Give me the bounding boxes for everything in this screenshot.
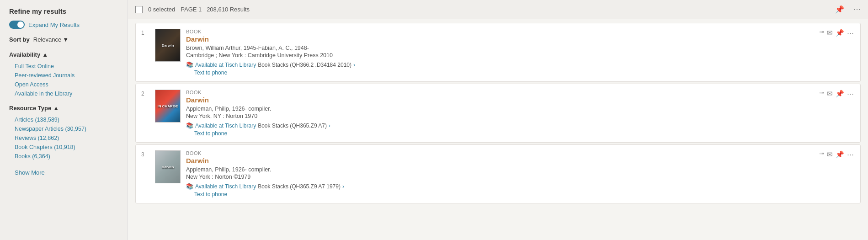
book-cover-2: IN CHARGE: [155, 90, 181, 123]
result-actions-2: ““ ✉ 📌 ⋯: [820, 90, 854, 98]
result-type-1: BOOK: [186, 29, 814, 34]
availability-icon-2: 📚: [186, 122, 193, 129]
filter-books[interactable]: Books (6,364): [9, 152, 118, 161]
cite-icon-2[interactable]: ““: [820, 90, 824, 98]
expand-toggle[interactable]: [9, 21, 25, 29]
text-to-phone-2[interactable]: Text to phone: [186, 130, 814, 137]
pin-icon-3[interactable]: 📌: [836, 150, 844, 159]
result-publisher-2: New York, NY : Norton 1970: [186, 113, 814, 119]
pin-icon-2[interactable]: 📌: [836, 90, 844, 98]
filter-newspaper-articles[interactable]: Newspaper Articles (30,957): [9, 124, 118, 133]
main-content: 0 selected PAGE 1 208,610 Results 📌 ⋯ 1 …: [128, 0, 868, 240]
result-title-3[interactable]: Darwin: [186, 157, 814, 165]
selected-count: 0 selected: [148, 6, 175, 13]
result-author-2: Appleman, Philip, 1926- compiler.: [186, 106, 814, 112]
filter-available-library[interactable]: Available in the Library: [9, 89, 118, 98]
show-more-button[interactable]: Show More: [9, 167, 118, 178]
email-icon-1[interactable]: ✉: [827, 29, 833, 37]
pin-icon-1[interactable]: 📌: [836, 29, 844, 37]
result-availability-3: 📚 Available at Tisch Library Book Stacks…: [186, 183, 814, 190]
top-bar: 0 selected PAGE 1 208,610 Results 📌 ⋯: [128, 0, 868, 19]
result-title-1[interactable]: Darwin: [186, 35, 814, 43]
expand-row: Expand My Results: [9, 21, 118, 29]
pin-top-icon[interactable]: 📌: [835, 5, 844, 14]
sort-label: Sort by: [9, 36, 30, 43]
page-number: PAGE 1: [181, 6, 202, 13]
result-body-1: BOOK Darwin Brown, William Arthur, 1945-…: [186, 29, 814, 76]
avail-arrow-1[interactable]: ›: [353, 62, 355, 68]
avail-location-3: Book Stacks (QH365.Z9 A7 1979): [258, 183, 341, 190]
sort-select[interactable]: Relevance ▼: [33, 36, 69, 43]
table-row: 3 Darwin BOOK Darwin Appleman, Philip, 1…: [135, 144, 861, 203]
sort-value: Relevance: [33, 36, 61, 43]
availability-icon-1: 📚: [186, 61, 193, 68]
more-icon-2[interactable]: ⋯: [847, 90, 854, 98]
result-publisher-1: Cambridge ; New York : Cambridge Univers…: [186, 52, 814, 59]
result-number-2: 2: [141, 91, 149, 97]
expand-label[interactable]: Expand My Results: [28, 21, 80, 28]
cite-icon-3[interactable]: ““: [820, 151, 824, 159]
sort-row: Sort by Relevance ▼: [9, 36, 118, 43]
more-icon-1[interactable]: ⋯: [847, 29, 854, 37]
resource-type-header: Resource Type ▲: [9, 105, 118, 112]
avail-label-1[interactable]: Available at Tisch Library: [195, 62, 256, 68]
availability-icon-3: 📚: [186, 183, 193, 190]
resource-type-section: Resource Type ▲ Articles (138,589) Newsp…: [9, 105, 118, 161]
chevron-up-icon: ▲: [42, 51, 48, 58]
filter-full-text-online[interactable]: Full Text Online: [9, 62, 118, 71]
sidebar: Refine my results Expand My Results Sort…: [0, 0, 128, 240]
result-body-2: BOOK Darwin Appleman, Philip, 1926- comp…: [186, 90, 814, 137]
filter-reviews[interactable]: Reviews (12,862): [9, 133, 118, 143]
result-number: 1: [141, 30, 149, 36]
result-publisher-3: New York : Norton ©1979: [186, 174, 814, 180]
result-type-3: BOOK: [186, 150, 814, 156]
chevron-up-icon-2: ▲: [53, 105, 59, 112]
result-body-3: BOOK Darwin Appleman, Philip, 1926- comp…: [186, 150, 814, 197]
avail-location-1: Book Stacks (QH366.2 .D34184 2010): [258, 62, 351, 68]
book-cover-1: Darwin: [155, 29, 181, 62]
avail-arrow-2[interactable]: ›: [329, 123, 330, 129]
results-count: 208,610 Results: [207, 6, 250, 13]
results-list: 1 Darwin BOOK Darwin Brown, William Arth…: [128, 19, 868, 207]
result-type-2: BOOK: [186, 90, 814, 95]
avail-arrow-3[interactable]: ›: [342, 183, 344, 190]
result-number-3: 3: [141, 151, 149, 158]
filter-peer-reviewed[interactable]: Peer-reviewed Journals: [9, 71, 118, 80]
result-actions-3: ““ ✉ 📌 ⋯: [820, 150, 854, 159]
result-actions-1: ““ ✉ 📌 ⋯: [820, 29, 854, 37]
availability-header: Availability ▲: [9, 51, 118, 58]
result-author-1: Brown, William Arthur, 1945-Fabian, A. C…: [186, 45, 814, 51]
more-icon-3[interactable]: ⋯: [847, 150, 854, 159]
avail-label-3[interactable]: Available at Tisch Library: [195, 183, 256, 190]
chevron-down-icon: ▼: [63, 36, 69, 43]
table-row: 1 Darwin BOOK Darwin Brown, William Arth…: [135, 23, 861, 82]
toggle-knob: [17, 21, 24, 28]
email-icon-2[interactable]: ✉: [827, 90, 833, 98]
availability-section: Availability ▲ Full Text Online Peer-rev…: [9, 51, 118, 98]
page-info: PAGE 1 208,610 Results: [181, 6, 250, 13]
result-availability-1: 📚 Available at Tisch Library Book Stacks…: [186, 61, 814, 68]
table-row: 2 IN CHARGE BOOK Darwin Appleman, Philip…: [135, 84, 861, 143]
book-cover-3: Darwin: [155, 150, 181, 183]
filter-articles[interactable]: Articles (138,589): [9, 115, 118, 124]
result-availability-2: 📚 Available at Tisch Library Book Stacks…: [186, 122, 814, 129]
sidebar-title: Refine my results: [9, 7, 118, 15]
more-options-icon[interactable]: ⋯: [853, 5, 861, 14]
select-all-checkbox[interactable]: [135, 6, 143, 13]
result-title-2[interactable]: Darwin: [186, 96, 814, 104]
filter-open-access[interactable]: Open Access: [9, 80, 118, 89]
cite-icon-1[interactable]: ““: [820, 29, 824, 37]
text-to-phone-1[interactable]: Text to phone: [186, 69, 814, 76]
result-author-3: Appleman, Philip, 1926- compiler.: [186, 166, 814, 173]
filter-book-chapters[interactable]: Book Chapters (10,918): [9, 143, 118, 152]
text-to-phone-3[interactable]: Text to phone: [186, 191, 814, 197]
avail-location-2: Book Stacks (QH365.Z9 A7): [258, 123, 327, 129]
avail-label-2[interactable]: Available at Tisch Library: [195, 123, 256, 129]
email-icon-3[interactable]: ✉: [827, 150, 833, 159]
